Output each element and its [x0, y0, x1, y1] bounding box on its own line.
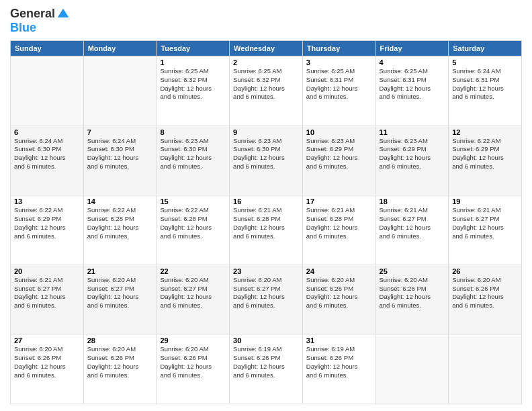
day-cell: 24 Sunrise: 6:20 AMSunset: 6:26 PMDaylig… [302, 265, 375, 334]
day-cell: 17 Sunrise: 6:21 AMSunset: 6:28 PMDaylig… [302, 195, 375, 265]
day-info: Sunrise: 6:20 AMSunset: 6:26 PMDaylight:… [87, 345, 139, 378]
day-info: Sunrise: 6:20 AMSunset: 6:26 PMDaylight:… [306, 276, 358, 309]
weekday-header: Monday [83, 41, 157, 56]
day-number: 3 [306, 58, 372, 66]
logo-blue-text: Blue [10, 21, 36, 35]
weekday-header: Wednesday [230, 41, 303, 56]
day-info: Sunrise: 6:23 AMSunset: 6:29 PMDaylight:… [380, 137, 431, 170]
weekday-header: Thursday [302, 41, 375, 56]
day-number: 11 [380, 128, 445, 136]
day-info: Sunrise: 6:20 AMSunset: 6:26 PMDaylight:… [160, 345, 212, 378]
day-number: 6 [14, 128, 80, 136]
logo-icon [56, 7, 70, 21]
day-cell: 5 Sunrise: 6:24 AMSunset: 6:31 PMDayligh… [449, 56, 522, 126]
day-cell: 22 Sunrise: 6:20 AMSunset: 6:27 PMDaylig… [157, 265, 230, 334]
day-number: 28 [87, 336, 153, 345]
day-info: Sunrise: 6:23 AMSunset: 6:30 PMDaylight:… [160, 137, 212, 170]
day-cell: 28 Sunrise: 6:20 AMSunset: 6:26 PMDaylig… [83, 334, 157, 404]
day-info: Sunrise: 6:24 AMSunset: 6:31 PMDaylight:… [452, 67, 504, 100]
day-number: 25 [380, 267, 445, 275]
day-number: 9 [233, 128, 299, 136]
day-info: Sunrise: 6:20 AMSunset: 6:27 PMDaylight:… [160, 276, 212, 309]
day-info: Sunrise: 6:25 AMSunset: 6:32 PMDaylight:… [160, 67, 212, 100]
day-cell: 6 Sunrise: 6:24 AMSunset: 6:30 PMDayligh… [11, 126, 84, 195]
empty-cell [375, 334, 449, 404]
day-cell: 2 Sunrise: 6:25 AMSunset: 6:32 PMDayligh… [230, 56, 303, 126]
day-number: 22 [160, 267, 226, 275]
day-number: 21 [87, 267, 153, 275]
day-number: 4 [380, 58, 445, 66]
day-cell: 30 Sunrise: 6:19 AMSunset: 6:26 PMDaylig… [230, 334, 303, 404]
weekday-header: Saturday [449, 41, 522, 56]
day-cell: 8 Sunrise: 6:23 AMSunset: 6:30 PMDayligh… [157, 126, 230, 195]
day-info: Sunrise: 6:20 AMSunset: 6:26 PMDaylight:… [380, 276, 431, 309]
day-cell: 1 Sunrise: 6:25 AMSunset: 6:32 PMDayligh… [157, 56, 230, 126]
day-number: 12 [452, 128, 518, 136]
day-info: Sunrise: 6:22 AMSunset: 6:28 PMDaylight:… [160, 206, 212, 239]
calendar: SundayMondayTuesdayWednesdayThursdayFrid… [10, 40, 522, 404]
day-cell: 18 Sunrise: 6:21 AMSunset: 6:27 PMDaylig… [375, 195, 449, 265]
day-cell: 3 Sunrise: 6:25 AMSunset: 6:31 PMDayligh… [302, 56, 375, 126]
day-info: Sunrise: 6:21 AMSunset: 6:28 PMDaylight:… [233, 206, 285, 239]
day-info: Sunrise: 6:23 AMSunset: 6:30 PMDaylight:… [233, 137, 285, 170]
day-info: Sunrise: 6:25 AMSunset: 6:32 PMDaylight:… [233, 67, 285, 100]
day-number: 7 [87, 128, 153, 136]
day-number: 30 [233, 336, 299, 345]
day-number: 8 [160, 128, 226, 136]
day-number: 19 [452, 197, 518, 205]
day-info: Sunrise: 6:20 AMSunset: 6:27 PMDaylight:… [233, 276, 285, 309]
svg-marker-0 [58, 8, 69, 17]
weekday-header: Tuesday [157, 41, 230, 56]
day-info: Sunrise: 6:24 AMSunset: 6:30 PMDaylight:… [87, 137, 139, 170]
header: General Blue [10, 7, 522, 35]
day-cell: 21 Sunrise: 6:20 AMSunset: 6:27 PMDaylig… [83, 265, 157, 334]
day-cell: 14 Sunrise: 6:22 AMSunset: 6:28 PMDaylig… [83, 195, 157, 265]
day-info: Sunrise: 6:20 AMSunset: 6:27 PMDaylight:… [87, 276, 139, 309]
day-cell: 10 Sunrise: 6:23 AMSunset: 6:29 PMDaylig… [302, 126, 375, 195]
day-info: Sunrise: 6:23 AMSunset: 6:29 PMDaylight:… [306, 137, 358, 170]
day-info: Sunrise: 6:22 AMSunset: 6:29 PMDaylight:… [452, 137, 504, 170]
day-cell: 20 Sunrise: 6:21 AMSunset: 6:27 PMDaylig… [11, 265, 84, 334]
day-number: 31 [306, 336, 372, 345]
day-cell: 11 Sunrise: 6:23 AMSunset: 6:29 PMDaylig… [375, 126, 449, 195]
day-number: 1 [160, 58, 226, 66]
logo-general: General [10, 7, 55, 21]
day-number: 13 [14, 197, 80, 205]
day-cell: 12 Sunrise: 6:22 AMSunset: 6:29 PMDaylig… [449, 126, 522, 195]
day-cell: 9 Sunrise: 6:23 AMSunset: 6:30 PMDayligh… [230, 126, 303, 195]
empty-cell [449, 334, 522, 404]
day-info: Sunrise: 6:22 AMSunset: 6:28 PMDaylight:… [87, 206, 139, 239]
day-number: 29 [160, 336, 226, 345]
day-cell: 27 Sunrise: 6:20 AMSunset: 6:26 PMDaylig… [11, 334, 84, 404]
day-number: 15 [160, 197, 226, 205]
day-number: 14 [87, 197, 153, 205]
weekday-header: Sunday [11, 41, 84, 56]
day-info: Sunrise: 6:25 AMSunset: 6:31 PMDaylight:… [380, 67, 431, 100]
logo: General Blue [10, 7, 70, 35]
day-number: 10 [306, 128, 372, 136]
day-number: 27 [14, 336, 80, 345]
page: General Blue SundayMondayTuesdayWednesda… [0, 0, 532, 411]
day-info: Sunrise: 6:21 AMSunset: 6:28 PMDaylight:… [306, 206, 358, 239]
day-cell: 13 Sunrise: 6:22 AMSunset: 6:29 PMDaylig… [11, 195, 84, 265]
day-number: 2 [233, 58, 299, 66]
empty-cell [83, 56, 157, 126]
day-cell: 25 Sunrise: 6:20 AMSunset: 6:26 PMDaylig… [375, 265, 449, 334]
empty-cell [11, 56, 84, 126]
day-cell: 29 Sunrise: 6:20 AMSunset: 6:26 PMDaylig… [157, 334, 230, 404]
day-cell: 16 Sunrise: 6:21 AMSunset: 6:28 PMDaylig… [230, 195, 303, 265]
day-cell: 26 Sunrise: 6:20 AMSunset: 6:26 PMDaylig… [449, 265, 522, 334]
day-cell: 31 Sunrise: 6:19 AMSunset: 6:26 PMDaylig… [302, 334, 375, 404]
day-info: Sunrise: 6:21 AMSunset: 6:27 PMDaylight:… [452, 206, 504, 239]
day-number: 17 [306, 197, 372, 205]
weekday-header: Friday [375, 41, 449, 56]
day-info: Sunrise: 6:24 AMSunset: 6:30 PMDaylight:… [14, 137, 66, 170]
day-cell: 15 Sunrise: 6:22 AMSunset: 6:28 PMDaylig… [157, 195, 230, 265]
day-number: 26 [452, 267, 518, 275]
day-info: Sunrise: 6:20 AMSunset: 6:26 PMDaylight:… [452, 276, 504, 309]
day-cell: 7 Sunrise: 6:24 AMSunset: 6:30 PMDayligh… [83, 126, 157, 195]
day-number: 18 [380, 197, 445, 205]
day-number: 5 [452, 58, 518, 66]
day-info: Sunrise: 6:21 AMSunset: 6:27 PMDaylight:… [14, 276, 66, 309]
day-cell: 4 Sunrise: 6:25 AMSunset: 6:31 PMDayligh… [375, 56, 449, 126]
